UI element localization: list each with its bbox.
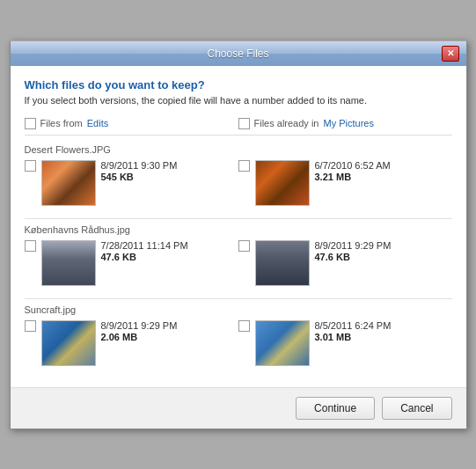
question-text: Which files do you want to keep? [25, 78, 452, 92]
file-2-right-datetime: 8/5/2011 6:24 PM [315, 320, 392, 331]
divider-2 [25, 298, 452, 299]
file-0-left-size: 545 KB [101, 172, 178, 182]
file-1-left-datetime: 7/28/2011 11:14 PM [101, 240, 188, 251]
file-0-right: 6/7/2010 6:52 AM 3.21 MB [238, 160, 452, 206]
file-2-left-datetime: 8/9/2011 9:29 PM [101, 320, 178, 331]
file-1-left-info: 7/28/2011 11:14 PM 47.6 KB [101, 240, 188, 262]
file-2-left-thumb [41, 320, 96, 366]
right-col-link[interactable]: My Pictures [323, 118, 373, 128]
file-1-right-info: 8/9/2011 9:29 PM 47.6 KB [315, 240, 392, 262]
continue-button[interactable]: Continue [296, 397, 375, 420]
file-0-right-thumb [255, 160, 310, 206]
file-group-2-row: 8/9/2011 9:29 PM 2.06 MB 8/5/2011 6:24 P… [25, 320, 452, 366]
file-1-left: 7/28/2011 11:14 PM 47.6 KB [25, 240, 238, 286]
file-0-right-info: 6/7/2010 6:52 AM 3.21 MB [315, 160, 391, 182]
file-2-left: 8/9/2011 9:29 PM 2.06 MB [25, 320, 238, 366]
file-group-0-name: Desert Flowers.JPG [25, 144, 452, 155]
file-0-left: 8/9/2011 9:30 PM 545 KB [25, 160, 238, 206]
file-group-2-name: Suncraft.jpg [25, 304, 452, 315]
file-0-right-checkbox[interactable] [238, 160, 250, 172]
file-group-1: Københavns Rådhus.jpg 7/28/2011 11:14 PM… [25, 224, 452, 286]
file-1-right-thumb [255, 240, 310, 286]
dialog-footer: Continue Cancel [11, 387, 466, 429]
file-2-left-checkbox[interactable] [25, 320, 36, 332]
left-col-header: Files from Edits [25, 118, 238, 129]
file-group-0-row: 8/9/2011 9:30 PM 545 KB 6/7/2010 6:52 AM… [25, 160, 452, 206]
file-2-right-checkbox[interactable] [238, 320, 250, 332]
file-2-left-info: 8/9/2011 9:29 PM 2.06 MB [101, 320, 178, 342]
window-title: Choose Files [35, 48, 442, 60]
column-headers: Files from Edits Files already in My Pic… [25, 118, 452, 136]
divider-1 [25, 218, 452, 219]
left-col-link[interactable]: Edits [87, 118, 108, 128]
subtitle-text: If you select both versions, the copied … [25, 95, 452, 106]
right-col-prefix: Files already in [254, 118, 319, 128]
title-bar: Choose Files ✕ [11, 41, 466, 66]
file-1-left-checkbox[interactable] [25, 240, 36, 252]
file-2-right: 8/5/2011 6:24 PM 3.01 MB [238, 320, 452, 366]
file-0-left-datetime: 8/9/2011 9:30 PM [101, 160, 178, 171]
file-0-left-checkbox[interactable] [25, 160, 36, 172]
right-col-header: Files already in My Pictures [238, 118, 452, 129]
file-group-1-name: Københavns Rådhus.jpg [25, 224, 452, 235]
file-0-right-datetime: 6/7/2010 6:52 AM [315, 160, 391, 171]
file-1-left-thumb [41, 240, 96, 286]
left-col-prefix: Files from [40, 118, 83, 128]
file-1-right-size: 47.6 KB [315, 252, 392, 262]
left-col-checkbox[interactable] [25, 118, 36, 129]
file-1-right: 8/9/2011 9:29 PM 47.6 KB [238, 240, 452, 286]
file-group-1-row: 7/28/2011 11:14 PM 47.6 KB 8/9/2011 9:29… [25, 240, 452, 286]
file-group-2: Suncraft.jpg 8/9/2011 9:29 PM 2.06 MB 8/… [25, 304, 452, 366]
file-group-0: Desert Flowers.JPG 8/9/2011 9:30 PM 545 … [25, 144, 452, 206]
file-1-left-size: 47.6 KB [101, 252, 188, 262]
file-1-right-datetime: 8/9/2011 9:29 PM [315, 240, 392, 251]
file-0-right-size: 3.21 MB [315, 172, 391, 182]
file-0-left-info: 8/9/2011 9:30 PM 545 KB [101, 160, 178, 182]
dialog-content: Which files do you want to keep? If you … [11, 66, 466, 387]
cancel-button[interactable]: Cancel [382, 397, 451, 420]
file-2-right-size: 3.01 MB [315, 332, 392, 342]
file-2-right-info: 8/5/2011 6:24 PM 3.01 MB [315, 320, 392, 342]
choose-files-window: Choose Files ✕ Which files do you want t… [10, 40, 467, 429]
file-1-right-checkbox[interactable] [238, 240, 250, 252]
file-2-left-size: 2.06 MB [101, 332, 178, 342]
file-0-left-thumb [41, 160, 96, 206]
right-col-checkbox[interactable] [238, 118, 250, 129]
close-button[interactable]: ✕ [442, 46, 459, 62]
file-2-right-thumb [255, 320, 310, 366]
